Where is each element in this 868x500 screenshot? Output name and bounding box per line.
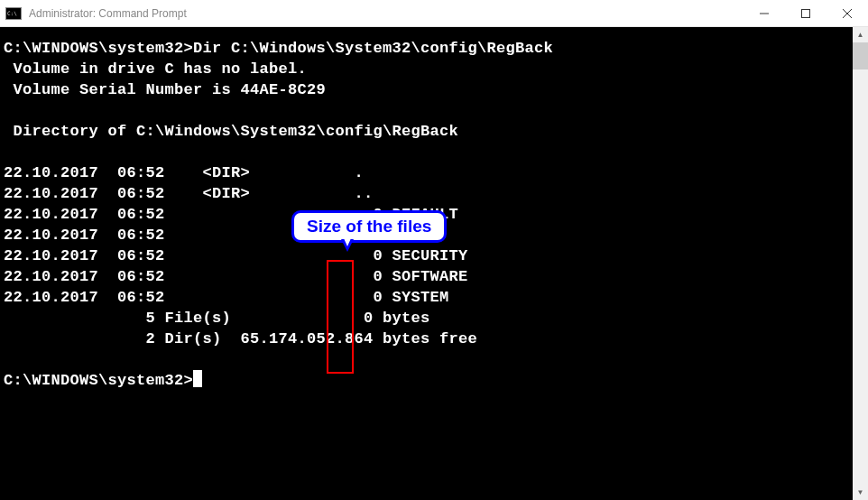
- volume-serial-line: Volume Serial Number is 44AE-8C29: [4, 81, 326, 98]
- scroll-thumb[interactable]: [853, 42, 868, 69]
- scroll-down-button[interactable]: ▼: [853, 485, 868, 500]
- titlebar[interactable]: Administrator: Command Prompt: [0, 0, 868, 27]
- prompt: C:\WINDOWS\system32>: [4, 40, 193, 57]
- vertical-scrollbar[interactable]: ▲ ▼: [853, 27, 868, 500]
- directory-of-line: Directory of C:\Windows\System32\config\…: [4, 123, 458, 140]
- typed-command: Dir C:\Windows\System32\config\RegBack: [193, 40, 553, 57]
- cmd-icon: [5, 7, 22, 20]
- close-button[interactable]: [826, 0, 868, 27]
- volume-label-line: Volume in drive C has no label.: [4, 60, 307, 78]
- window-title: Administrator: Command Prompt: [29, 7, 743, 20]
- summary-dirs-line: 2 Dir(s) 65.174.052.864 bytes free: [4, 330, 477, 347]
- terminal-output[interactable]: C:\WINDOWS\system32>Dir C:\Windows\Syste…: [0, 27, 853, 500]
- annotation-callout: Size of the files: [291, 210, 447, 243]
- scroll-track[interactable]: [853, 42, 868, 485]
- summary-files-line: 5 File(s) 0 bytes: [4, 310, 430, 327]
- callout-text: Size of the files: [307, 217, 431, 236]
- scroll-up-button[interactable]: ▲: [853, 27, 868, 42]
- svg-rect-1: [802, 9, 810, 17]
- maximize-button[interactable]: [785, 0, 826, 27]
- minimize-button[interactable]: [743, 0, 785, 27]
- prompt: C:\WINDOWS\system32>: [4, 372, 193, 389]
- cursor: [193, 370, 202, 387]
